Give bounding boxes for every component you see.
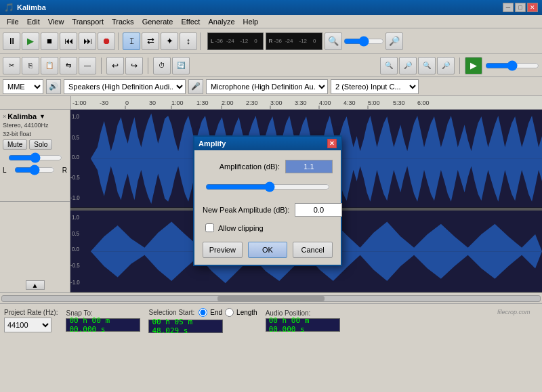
amp-slider-row — [203, 180, 333, 195]
dialog-overlay: Amplify ✕ Amplification (dB): New Peak A… — [0, 0, 542, 392]
cancel-button[interactable]: Cancel — [293, 242, 333, 258]
peak-label: New Peak Amplitude (dB): — [203, 206, 289, 214]
peak-row: New Peak Amplitude (dB): — [203, 203, 333, 217]
ok-button[interactable]: OK — [248, 242, 288, 258]
peak-input[interactable] — [295, 203, 342, 217]
amp-label: Amplification (dB): — [203, 162, 280, 171]
amplification-row: Amplification (dB): — [203, 160, 333, 173]
allow-clipping-label: Allow clipping — [218, 224, 264, 232]
allow-clipping-checkbox[interactable] — [205, 223, 214, 232]
amp-input[interactable] — [285, 160, 333, 173]
clipping-row: Allow clipping — [203, 223, 333, 232]
dialog-title: Amplify — [199, 139, 226, 148]
dialog-close-btn[interactable]: ✕ — [327, 139, 337, 148]
amp-slider[interactable] — [205, 180, 330, 194]
dialog-titlebar: Amplify ✕ — [194, 137, 341, 150]
preview-button[interactable]: Preview — [203, 242, 243, 258]
dialog-buttons: Preview OK Cancel — [203, 242, 333, 258]
dialog-body: Amplification (dB): New Peak Amplitude (… — [194, 150, 341, 265]
amplify-dialog: Amplify ✕ Amplification (dB): New Peak A… — [193, 135, 342, 266]
